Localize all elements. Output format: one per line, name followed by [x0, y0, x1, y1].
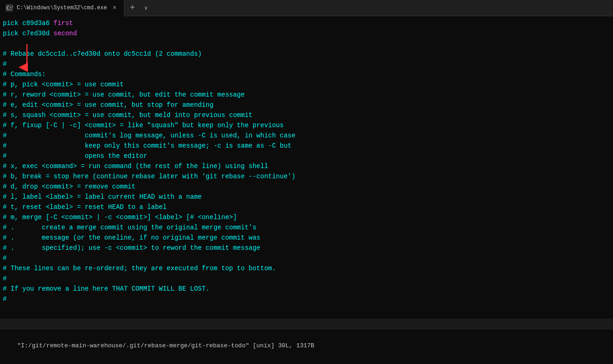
- terminal-line: #: [0, 59, 613, 69]
- terminal-line: # f, fixup [-C | -c] <commit> = like "sq…: [0, 120, 613, 130]
- terminal-line: # b, break = stop here (continue rebase …: [0, 171, 613, 182]
- terminal-line: pick c7ed30d second: [0, 28, 613, 39]
- terminal-tab[interactable]: C:\ C:\Windows\System32\cmd.exe ×: [0, 0, 124, 16]
- tab-title: C:\Windows\System32\cmd.exe: [17, 5, 107, 11]
- terminal-line: # l, label <label> = label current HEAD …: [0, 192, 613, 202]
- terminal-line: # s, squash <commit> = use commit, but m…: [0, 110, 613, 120]
- statusbar-line2: "I:/git/remote-main-warehouse/.git/rebas…: [0, 330, 613, 362]
- terminal-content: pick c89d3a6 firstpick c7ed30d second# R…: [0, 18, 613, 304]
- tab-arrow-icon[interactable]: ∨: [141, 0, 151, 16]
- svg-text:C:\: C:\: [7, 6, 13, 11]
- terminal: pick c89d3a6 firstpick c7ed30d second# R…: [0, 16, 613, 364]
- terminal-line: # Commands:: [0, 69, 613, 79]
- terminal-line: # r, reword <commit> = use commit, but e…: [0, 90, 613, 100]
- terminal-line: #: [0, 253, 613, 263]
- terminal-line: [0, 39, 613, 49]
- terminal-line: # e, edit <commit> = use commit, but sto…: [0, 100, 613, 110]
- terminal-line: # opens the editor: [0, 151, 613, 161]
- terminal-line: # keep only this commit's message; -c is…: [0, 141, 613, 151]
- terminal-icon: C:\: [6, 4, 13, 12]
- terminal-line: # . create a merge commit using the orig…: [0, 222, 613, 233]
- terminal-line: # p, pick <commit> = use commit: [0, 79, 613, 90]
- close-icon[interactable]: ×: [111, 3, 118, 13]
- titlebar: C:\ C:\Windows\System32\cmd.exe × + ∨: [0, 0, 613, 16]
- terminal-line: # Rebase dc5cc1d..c7ed30d onto dc5cc1d (…: [0, 49, 613, 59]
- new-tab-button[interactable]: +: [124, 0, 141, 16]
- terminal-line: # m, merge [-C <commit> | -c <commit>] <…: [0, 212, 613, 222]
- terminal-line: # If you remove a line here THAT COMMIT …: [0, 284, 613, 294]
- terminal-line: #: [0, 294, 613, 304]
- terminal-line: #: [0, 273, 613, 284]
- terminal-line: # t, reset <label> = reset HEAD to a lab…: [0, 202, 613, 212]
- terminal-line: # . message (or the oneline, if no origi…: [0, 233, 613, 243]
- terminal-line: pick c89d3a6 first: [0, 18, 613, 28]
- terminal-line: # . specified); use -c <commit> to rewor…: [0, 243, 613, 253]
- terminal-line: # d, drop <commit> = remove commit: [0, 182, 613, 192]
- terminal-line: # x, exec <command> = run command (the r…: [0, 161, 613, 171]
- terminal-line: # commit's log message, unless -C is use…: [0, 130, 613, 141]
- terminal-line: # These lines can be re-ordered; they ar…: [0, 263, 613, 273]
